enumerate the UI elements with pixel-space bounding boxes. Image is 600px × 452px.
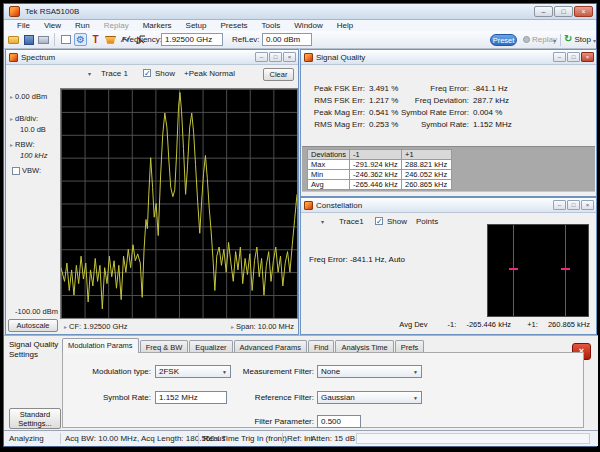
status-mode: Real Time xyxy=(203,434,239,443)
stop-run-icon: ↻ xyxy=(564,34,572,44)
reflev-input[interactable]: 0.00 dBm xyxy=(262,33,312,46)
chevron-down-icon: ▼ xyxy=(413,395,418,401)
menu-tools[interactable]: Tools xyxy=(255,21,288,30)
spectrum-trace-mode[interactable]: +Peak Normal xyxy=(184,69,235,78)
modulation-type-dropdown[interactable]: 2FSK▼ xyxy=(155,365,231,378)
text-marker-icon[interactable]: T xyxy=(89,33,102,46)
const-close-button[interactable]: × xyxy=(581,200,594,210)
points-selector[interactable]: Points xyxy=(416,217,438,226)
autoscale-button[interactable]: Autoscale xyxy=(8,319,58,332)
reflev-label: RefLev: xyxy=(232,35,260,44)
menu-help[interactable]: Help xyxy=(330,21,360,30)
title-bar: Tek RSA5100B – □ × xyxy=(4,4,596,20)
chevron-down-icon: ▼ xyxy=(413,369,418,375)
const-minimize-button[interactable]: – xyxy=(553,200,566,210)
menu-view[interactable]: View xyxy=(37,21,68,30)
preset-button[interactable]: Preset xyxy=(490,34,517,46)
avg-dev-plus1-value: 260.865 kHz xyxy=(548,320,590,329)
settings-panel-label: Signal Quality Settings xyxy=(9,340,58,360)
trace-dropdown-icon[interactable]: ▾ xyxy=(88,70,91,77)
spectrum-trace-selector[interactable]: Trace 1 xyxy=(101,69,128,78)
spectrum-show-label: Show xyxy=(155,69,175,78)
print-icon[interactable] xyxy=(37,33,50,46)
minimize-button[interactable]: – xyxy=(534,6,553,17)
db-div-label: ▸ dB/div: xyxy=(10,114,38,123)
app-logo-icon xyxy=(9,6,20,17)
spectrum-trace xyxy=(61,89,297,318)
tab-modulation-params[interactable]: Modulation Params xyxy=(62,338,139,353)
status-atten: Atten: 15 dB xyxy=(311,434,355,443)
db-div-value[interactable]: 10.0 dB xyxy=(20,125,46,134)
const-show-label: Show xyxy=(387,217,407,226)
spectrum-panel-icon xyxy=(9,53,18,62)
menu-setup[interactable]: Setup xyxy=(179,21,214,30)
stop-button[interactable]: ↻ Stop xyxy=(564,34,591,44)
replay-icon xyxy=(523,36,530,43)
display-icon[interactable] xyxy=(104,33,117,46)
avg-dev-readout: Avg Dev -1: -265.446 kHz +1: 260.865 kHz xyxy=(391,320,590,329)
const-restore-button[interactable]: □ xyxy=(567,200,580,210)
span-control[interactable]: ▸ Span: 10.00 MHz xyxy=(231,322,294,331)
table-row: Max -291.924 kHz 288.821 kHz xyxy=(308,160,452,170)
settings-content: Modulation type: 2FSK▼ Measurement Filte… xyxy=(62,352,584,428)
avg-dev-minus1-value: -265.446 kHz xyxy=(466,320,511,329)
frequency-label: Frequency: xyxy=(122,35,162,44)
spectrum-close-button[interactable]: × xyxy=(283,52,296,62)
modulation-type-label: Modulation type: xyxy=(63,367,151,376)
save-icon[interactable] xyxy=(22,33,35,46)
spectrum-plot[interactable] xyxy=(60,88,298,319)
center-frequency-control[interactable]: ▸ CF: 1.92500 GHz xyxy=(64,322,127,331)
filter-parameter-input[interactable]: 0.500 xyxy=(317,415,361,428)
window-layout-icon[interactable] xyxy=(59,33,72,46)
sq-minimize-button[interactable]: – xyxy=(553,52,566,62)
symbol-axis-line xyxy=(513,225,514,316)
spectrum-restore-button[interactable]: □ xyxy=(269,52,282,62)
measurements-left: Peak FSK Err:3.491 % RMS FSK Err:1.217 %… xyxy=(305,84,398,132)
menu-replay[interactable]: Replay xyxy=(97,21,136,30)
window-title: Tek RSA5100B xyxy=(25,7,79,16)
replay-dropdown-arrow-icon[interactable]: ▾ xyxy=(553,37,556,44)
const-show-checkbox[interactable]: ✓ xyxy=(375,217,383,225)
freq-error-value: -841.1 Hz xyxy=(473,84,508,93)
symbol-rate-input[interactable]: 1.152 MHz xyxy=(155,391,227,404)
bottom-dbm-label[interactable]: -100.00 dBm xyxy=(6,307,58,316)
menu-markers[interactable]: Markers xyxy=(136,21,179,30)
status-state: Analyzing xyxy=(9,434,44,443)
signal-quality-title-bar: Signal Quality – □ × xyxy=(301,50,596,65)
spectrum-show-checkbox[interactable]: ✓ xyxy=(143,69,151,77)
close-button[interactable]: × xyxy=(574,6,593,17)
clear-button[interactable]: Clear xyxy=(263,68,294,81)
menu-presets[interactable]: Presets xyxy=(213,21,254,30)
vbw-checkbox[interactable] xyxy=(12,167,20,175)
reference-filter-dropdown[interactable]: Gaussian▼ xyxy=(317,391,422,404)
standard-settings-button[interactable]: Standard Settings... xyxy=(9,408,61,429)
frequency-input[interactable]: 1.92500 GHz xyxy=(161,33,223,46)
signal-quality-title: Signal Quality xyxy=(316,53,365,62)
spectrum-minimize-button[interactable]: – xyxy=(255,52,268,62)
settings-gear-icon[interactable]: ⚙ xyxy=(74,33,87,46)
symbol-rate-label: Symbol Rate: xyxy=(63,393,151,402)
rbw-value[interactable]: 100 kHz xyxy=(20,151,48,160)
sq-restore-button[interactable]: □ xyxy=(567,52,580,62)
const-freq-error-text: Freq Error: -841.1 Hz, Auto xyxy=(309,255,405,264)
symbol-marker xyxy=(561,268,570,270)
measurement-filter-dropdown[interactable]: None▼ xyxy=(317,365,422,378)
const-trace-dropdown-icon[interactable]: ▾ xyxy=(321,218,324,225)
stop-dropdown-arrow-icon[interactable]: ▾ xyxy=(593,37,596,44)
menu-file[interactable]: File xyxy=(10,21,37,30)
menu-window[interactable]: Window xyxy=(287,21,329,30)
open-file-icon[interactable] xyxy=(7,33,20,46)
freq-deviation-value: 287.7 kHz xyxy=(473,96,509,105)
top-dbm-label[interactable]: ▸ 0.00 dBm xyxy=(10,92,47,101)
replay-button[interactable]: Replay xyxy=(523,35,557,44)
maximize-button[interactable]: □ xyxy=(554,6,573,17)
sq-close-button[interactable]: × xyxy=(581,52,594,62)
measurement-filter-label: Measurement Filter: xyxy=(228,367,314,376)
menu-run[interactable]: Run xyxy=(68,21,97,30)
const-trace-selector[interactable]: Trace1 xyxy=(339,217,364,226)
status-trigger: Trig In (front) xyxy=(241,434,287,443)
constellation-title-bar: Constellation – □ × xyxy=(301,198,596,213)
vbw-row: VBW: xyxy=(12,166,41,175)
symbol-axis-line xyxy=(565,225,566,316)
constellation-title: Constellation xyxy=(316,201,362,210)
